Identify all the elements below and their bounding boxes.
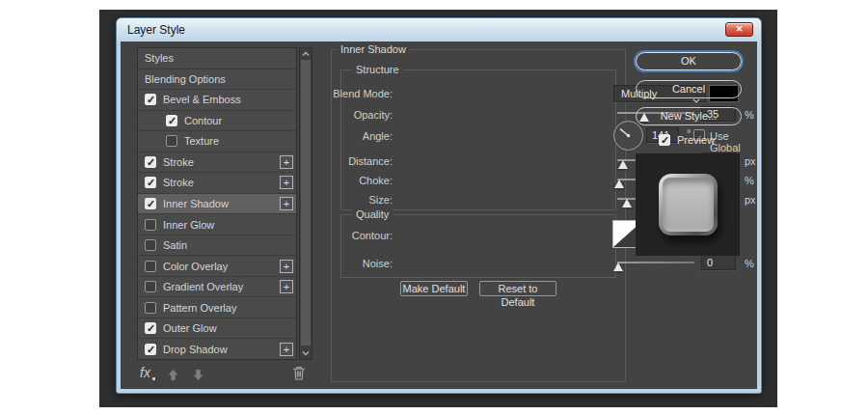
effect-label: Contour <box>184 115 222 126</box>
preview-label: Preview <box>677 134 715 146</box>
opacity-label: Opacity: <box>315 109 393 121</box>
effect-label: Satin <box>163 239 187 251</box>
distance-label: Distance: <box>315 155 393 167</box>
delete-effect-icon[interactable] <box>292 366 306 380</box>
choke-label: Choke: <box>315 175 393 186</box>
reset-to-default-button[interactable]: Reset to Default <box>479 281 556 296</box>
preview-checkbox[interactable] <box>659 134 670 146</box>
noise-slider-thumb[interactable] <box>613 263 623 271</box>
size-label: Size: <box>315 194 393 206</box>
dialog-titlebar[interactable]: Layer Style ✕ <box>117 18 761 42</box>
scroll-up-icon[interactable] <box>302 51 310 57</box>
angle-dial[interactable] <box>612 120 644 152</box>
effect-row-drop-shadow[interactable]: Drop Shadow+ <box>138 339 296 359</box>
distance-unit: px <box>745 155 756 167</box>
effect-label: Drop Shadow <box>163 344 228 355</box>
quality-legend: Quality <box>352 208 393 220</box>
effect-label: Gradient Overlay <box>163 281 243 292</box>
contour-label: Contour: <box>315 230 393 241</box>
layer-style-dialog: Layer Style ✕ StylesBlending OptionsBeve… <box>116 17 762 394</box>
effect-label: Stroke <box>163 177 194 188</box>
ok-button[interactable]: OK <box>636 52 742 70</box>
add-effect-instance-icon[interactable]: + <box>280 280 293 293</box>
effect-label: Inner Glow <box>163 219 214 231</box>
effect-row-styles[interactable]: Styles <box>138 48 296 69</box>
add-effect-instance-icon[interactable]: + <box>280 197 293 210</box>
effect-label: Styles <box>145 52 174 64</box>
effect-row-texture[interactable]: Texture <box>138 131 296 152</box>
effect-label: Texture <box>184 135 219 147</box>
panel-title: Inner Shadow <box>337 43 410 55</box>
scroll-down-icon[interactable] <box>302 350 310 356</box>
screenshot-root: Layer Style ✕ StylesBlending OptionsBeve… <box>0 0 868 415</box>
fx-menu-icon[interactable]: fx <box>140 365 150 380</box>
effect-checkbox[interactable] <box>145 322 156 334</box>
effect-row-satin[interactable]: Satin <box>138 235 296 257</box>
inner-shadow-panel: Inner Shadow Structure Blend Mode: Multi… <box>331 49 626 382</box>
effect-checkbox[interactable] <box>145 177 156 188</box>
noise-label: Noise: <box>315 258 393 269</box>
distance-slider-thumb[interactable] <box>618 160 628 169</box>
noise-unit: % <box>745 258 754 269</box>
choke-slider-thumb[interactable] <box>614 180 624 188</box>
effect-checkbox[interactable] <box>145 156 156 168</box>
effect-checkbox[interactable] <box>145 344 156 355</box>
effect-row-bevel-emboss[interactable]: Bevel & Emboss <box>138 90 296 111</box>
effect-row-outer-glow[interactable]: Outer Glow <box>138 318 296 340</box>
add-effect-instance-icon[interactable]: + <box>280 343 293 356</box>
effect-label: Stroke <box>163 156 194 168</box>
effect-checkbox[interactable] <box>145 302 156 314</box>
effect-checkbox[interactable] <box>145 281 156 292</box>
effect-checkbox[interactable] <box>145 198 156 209</box>
effect-checkbox[interactable] <box>145 239 156 251</box>
effects-list-footer: fx <box>137 365 312 386</box>
effect-row-stroke[interactable]: Stroke+ <box>138 173 296 194</box>
effect-label: Outer Glow <box>163 322 217 334</box>
effect-row-inner-glow[interactable]: Inner Glow <box>138 214 296 235</box>
preview-toggle[interactable]: Preview <box>659 134 715 146</box>
effect-label: Color Overlay <box>163 261 228 272</box>
effect-checkbox[interactable] <box>145 94 156 105</box>
effects-list: StylesBlending OptionsBevel & EmbossCont… <box>137 47 297 360</box>
style-preview-thumbnail <box>636 153 740 256</box>
effect-label: Bevel & Emboss <box>163 94 241 105</box>
effect-label: Inner Shadow <box>163 198 229 209</box>
structure-legend: Structure <box>352 64 403 75</box>
effect-row-stroke[interactable]: Stroke+ <box>138 152 296 174</box>
add-effect-instance-icon[interactable]: + <box>280 260 293 273</box>
effect-row-gradient-overlay[interactable]: Gradient Overlay+ <box>138 277 296 298</box>
add-effect-instance-icon[interactable]: + <box>280 176 293 189</box>
size-unit: px <box>745 194 756 206</box>
effect-row-contour[interactable]: Contour <box>138 111 296 132</box>
angle-label: Angle: <box>315 130 393 142</box>
effects-list-scrollbar[interactable] <box>299 47 312 360</box>
close-icon: ✕ <box>736 24 744 34</box>
effect-checkbox[interactable] <box>166 115 177 126</box>
preview-button-face <box>663 178 714 232</box>
noise-input[interactable]: 0 <box>701 255 736 270</box>
effect-row-blending-options[interactable]: Blending Options <box>138 69 296 91</box>
add-effect-instance-icon[interactable]: + <box>280 155 293 169</box>
effect-row-pattern-overlay[interactable]: Pattern Overlay <box>138 297 296 318</box>
new-style-button[interactable]: New Style... <box>636 107 742 125</box>
preview-button-shape <box>659 174 718 235</box>
noise-slider[interactable] <box>617 262 694 263</box>
move-effect-up-icon[interactable] <box>167 368 179 380</box>
choke-unit: % <box>745 175 754 186</box>
make-default-button[interactable]: Make Default <box>400 281 468 296</box>
close-button[interactable]: ✕ <box>725 22 753 37</box>
effect-row-inner-shadow[interactable]: Inner Shadow+ <box>138 194 296 215</box>
scrollbar-thumb[interactable] <box>301 60 311 346</box>
effect-row-color-overlay[interactable]: Color Overlay+ <box>138 256 296 277</box>
effect-checkbox[interactable] <box>166 135 177 147</box>
dialog-content: StylesBlending OptionsBevel & EmbossCont… <box>121 42 757 389</box>
effect-label: Blending Options <box>145 73 226 85</box>
effect-checkbox[interactable] <box>145 219 156 231</box>
cancel-button[interactable]: Cancel <box>636 80 742 98</box>
effect-label: Pattern Overlay <box>163 302 236 314</box>
dialog-title: Layer Style <box>127 23 185 37</box>
size-slider-thumb[interactable] <box>622 199 632 208</box>
blend-mode-label: Blend Mode: <box>315 88 393 99</box>
effect-checkbox[interactable] <box>145 261 156 272</box>
move-effect-down-icon[interactable] <box>192 368 204 380</box>
